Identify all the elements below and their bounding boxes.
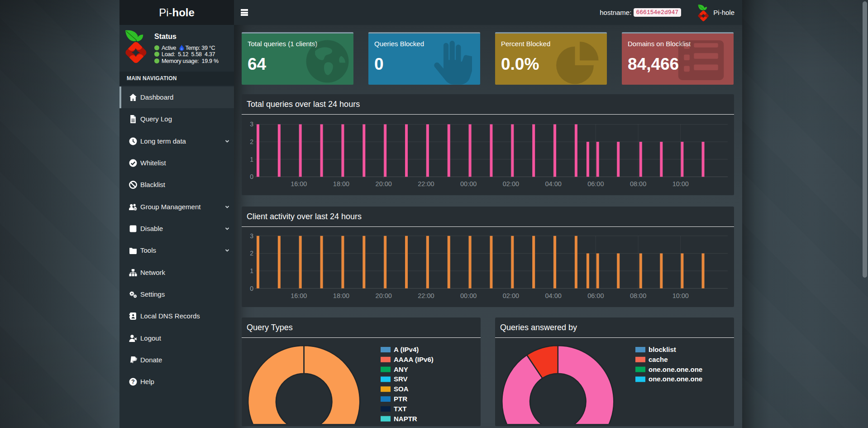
svg-text:A (IPv4): A (IPv4): [394, 346, 419, 353]
svg-text:SOA: SOA: [394, 385, 409, 393]
svg-text:TXT: TXT: [394, 405, 406, 413]
svg-text:NAPTR: NAPTR: [394, 415, 417, 423]
svg-text:0: 0: [250, 173, 253, 180]
svg-text:blocklist: blocklist: [649, 346, 676, 353]
svg-text:18:00: 18:00: [333, 292, 349, 299]
svg-text:20:00: 20:00: [376, 292, 392, 299]
svg-text:cache: cache: [649, 356, 668, 363]
svg-text:16:00: 16:00: [291, 292, 307, 299]
svg-text:2: 2: [250, 250, 253, 257]
svg-text:18:00: 18:00: [333, 180, 349, 188]
svg-text:one.one.one.one: one.one.one.one: [649, 375, 702, 383]
svg-text:10:00: 10:00: [672, 180, 689, 188]
svg-text:3: 3: [250, 232, 253, 240]
svg-text:1: 1: [250, 267, 253, 274]
svg-text:PTR: PTR: [394, 395, 407, 403]
svg-text:02:00: 02:00: [503, 292, 519, 299]
svg-text:SRV: SRV: [394, 375, 408, 383]
svg-text:00:00: 00:00: [460, 180, 477, 188]
svg-text:AAAA (IPv6): AAAA (IPv6): [394, 356, 434, 363]
svg-text:2: 2: [250, 138, 253, 145]
svg-text:00:00: 00:00: [460, 292, 477, 299]
svg-text:22:00: 22:00: [418, 180, 434, 188]
svg-text:ANY: ANY: [394, 365, 408, 373]
svg-text:1: 1: [250, 156, 253, 163]
svg-text:10:00: 10:00: [672, 292, 689, 299]
svg-text:04:00: 04:00: [545, 292, 561, 299]
svg-text:16:00: 16:00: [291, 180, 307, 188]
svg-text:08:00: 08:00: [630, 180, 646, 188]
svg-text:22:00: 22:00: [418, 292, 434, 299]
svg-text:20:00: 20:00: [376, 180, 392, 188]
svg-text:0: 0: [250, 285, 253, 292]
svg-text:06:00: 06:00: [587, 292, 604, 299]
svg-text:06:00: 06:00: [587, 180, 604, 188]
svg-text:02:00: 02:00: [503, 180, 519, 188]
svg-text:08:00: 08:00: [630, 292, 646, 299]
svg-text:?: ?: [131, 379, 135, 385]
svg-text:04:00: 04:00: [545, 180, 561, 188]
svg-text:one.one.one.one: one.one.one.one: [649, 365, 702, 373]
svg-text:3: 3: [250, 120, 253, 128]
